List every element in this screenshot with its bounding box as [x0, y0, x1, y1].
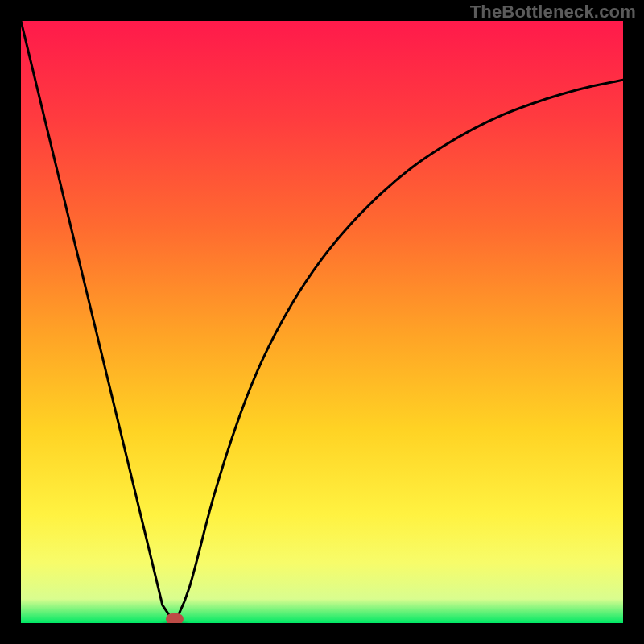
bottleneck-curve	[21, 21, 623, 623]
chart-frame: TheBottleneck.com	[0, 0, 644, 644]
watermark-text: TheBottleneck.com	[470, 2, 636, 23]
optimum-marker	[166, 613, 184, 623]
plot-area	[21, 21, 623, 623]
